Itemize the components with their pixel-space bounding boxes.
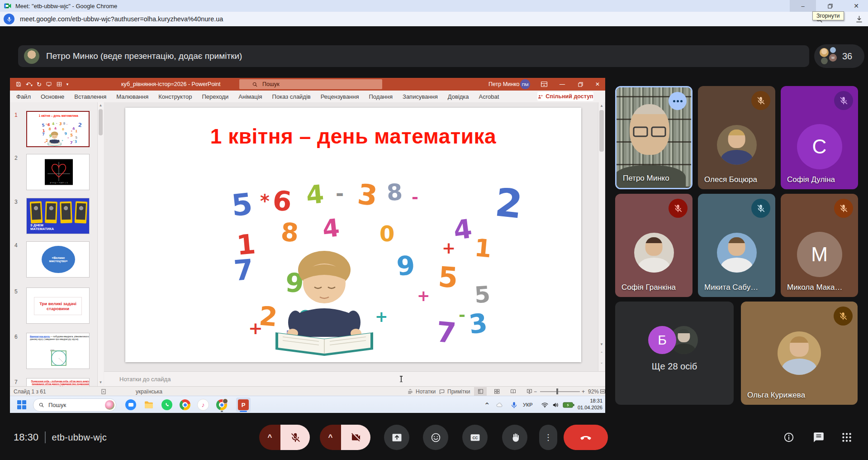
slide-sorter-view-button[interactable]	[490, 387, 503, 396]
undo-icon[interactable]: ↶▾	[26, 81, 33, 87]
people-grid-icon[interactable]	[841, 431, 853, 443]
spellcheck-icon[interactable]	[100, 387, 107, 396]
zoom-in-button[interactable]: +	[582, 387, 585, 396]
scroll-up-icon[interactable]: ▲	[598, 103, 605, 109]
zoom-out-button[interactable]: −	[534, 387, 537, 396]
onedrive-icon[interactable]	[496, 401, 503, 409]
ribbon-tab[interactable]: Подання	[369, 93, 393, 100]
scroll-down-icon[interactable]: ▼	[98, 379, 104, 385]
participant-tile[interactable]: Петро Минко	[615, 86, 693, 189]
ribbon-tab[interactable]: Файл	[16, 93, 31, 100]
reading-view-button[interactable]	[507, 387, 519, 396]
comments-toggle[interactable]: Примітки	[439, 387, 470, 396]
scrollbar-thumb[interactable]	[99, 109, 103, 135]
ppt-search-box[interactable]: Пошук	[239, 79, 382, 89]
present-button[interactable]	[384, 425, 409, 450]
wifi-icon[interactable]	[541, 401, 549, 409]
chrome-profile-icon[interactable]	[214, 398, 229, 412]
mic-mute-button[interactable]	[280, 425, 310, 450]
language-indicator[interactable]: українська	[136, 387, 162, 396]
ppt-restore-button[interactable]	[573, 78, 588, 91]
participant-tile[interactable]: MМикола Мака…	[781, 194, 858, 297]
ribbon-tab[interactable]: Вставлення	[74, 93, 106, 100]
tray-chevron-icon[interactable]: ⌃	[484, 401, 490, 409]
minimize-button[interactable]: –	[790, 0, 816, 12]
taskbar-search[interactable]: Пошук	[33, 398, 116, 412]
chrome-icon[interactable]	[178, 398, 192, 412]
slide-thumbnail[interactable]: З ДНЕМ МАТЕМАТИКА	[26, 198, 90, 234]
ribbon-tab[interactable]: Переходи	[202, 93, 228, 100]
end-call-button[interactable]	[564, 425, 608, 450]
previous-slide-icon[interactable]: ⌃	[598, 350, 605, 357]
participant-tile[interactable]: CСофія Дуліна	[781, 86, 858, 189]
slideshow-icon[interactable]	[46, 81, 52, 87]
ribbon-tab[interactable]: Малювання	[116, 93, 148, 100]
ribbon-tab[interactable]: Записування	[403, 93, 438, 100]
thumbnail-scrollbar[interactable]: ▲ ▼	[97, 102, 104, 386]
slide-thumbnail[interactable]: Три великі задачі старовини	[26, 288, 90, 324]
tile-options-button[interactable]	[669, 92, 687, 110]
redo-icon[interactable]: ↻	[37, 81, 42, 87]
start-button[interactable]	[17, 400, 26, 409]
tray-mic-icon[interactable]	[510, 401, 518, 409]
ribbon-tab[interactable]: Довідка	[448, 93, 469, 100]
qat-customize-icon[interactable]: ▾	[66, 82, 69, 86]
ppt-minimize-button[interactable]: —	[555, 78, 570, 91]
next-slide-icon[interactable]: ⌄	[598, 359, 605, 366]
zoom-app-icon[interactable]	[123, 398, 138, 412]
ribbon-display-options-icon[interactable]	[540, 80, 548, 88]
maximize-button[interactable]	[817, 0, 843, 12]
scroll-down-icon[interactable]: ▼	[598, 341, 605, 348]
slide-thumbnail[interactable]: Подвоєння куба – побудова куба, об'єм як…	[26, 378, 90, 386]
save-icon[interactable]	[15, 81, 22, 87]
notes-toggle[interactable]: Нотатки	[407, 387, 436, 396]
slide-thumbnail[interactable]: «Велике мистецтво»	[26, 241, 90, 278]
scroll-up-icon[interactable]: ▲	[98, 102, 104, 108]
view-grid-icon[interactable]	[56, 81, 62, 87]
url-text[interactable]: meet.google.com/etb-ubbw-wjc?authuser=ol…	[20, 15, 223, 23]
language-indicator[interactable]: УКР	[523, 396, 533, 413]
more-options-button[interactable]: ⋮	[539, 425, 557, 450]
participant-tile[interactable]: БЩе 28 осіб	[615, 302, 734, 405]
close-button[interactable]: ✕	[843, 0, 868, 12]
reactions-button[interactable]	[423, 425, 448, 450]
ribbon-tab[interactable]: Основне	[41, 93, 64, 100]
powerpoint-icon[interactable]: P	[236, 398, 251, 412]
normal-view-button[interactable]	[474, 387, 487, 396]
taskbar-clock[interactable]: 18:31 01.04.2026	[574, 398, 602, 411]
battery-icon[interactable]	[563, 401, 574, 409]
ribbon-tab[interactable]: Показ слайдів	[272, 93, 311, 100]
participant-tile[interactable]: Ольга Курижева	[741, 302, 858, 405]
ribbon-tab[interactable]: Рецензування	[321, 93, 359, 100]
participant-tile[interactable]: Олеся Боцюра	[698, 86, 775, 189]
fit-to-window-button[interactable]	[596, 387, 605, 396]
camera-off-button[interactable]	[341, 425, 370, 450]
scrollbar-thumb[interactable]	[599, 110, 604, 152]
ppt-close-button[interactable]: ✕	[590, 78, 605, 91]
whatsapp-icon[interactable]	[160, 398, 174, 412]
ribbon-tab[interactable]: Конструктор	[158, 93, 192, 100]
raise-hand-button[interactable]	[502, 425, 527, 450]
meeting-details-icon[interactable]	[783, 431, 795, 443]
share-access-button[interactable]: Спільний доступ	[537, 92, 593, 101]
zoom-slider-handle[interactable]	[556, 388, 558, 394]
zoom-slider[interactable]	[540, 391, 580, 392]
itunes-icon[interactable]: ♪	[196, 398, 210, 412]
slide-thumbnail[interactable]: 1 квітня – день математика5*64-38-218404…	[26, 111, 90, 147]
file-explorer-icon[interactable]	[142, 398, 156, 412]
tab-audio-indicator[interactable]	[4, 14, 14, 24]
captions-button[interactable]: CC	[462, 425, 488, 450]
download-icon[interactable]	[855, 15, 863, 24]
ribbon-tab[interactable]: Анімація	[238, 93, 262, 100]
camera-options-chevron[interactable]: ^	[320, 425, 341, 450]
slide-thumbnail[interactable]: Квадратура круга — побудова квадрата, рі…	[26, 333, 90, 369]
volume-icon[interactable]	[552, 401, 560, 409]
ribbon-tab[interactable]: Acrobat	[479, 93, 499, 100]
participant-tile[interactable]: Софія Гранкіна	[615, 194, 693, 297]
participant-count-pill[interactable]: M 36	[814, 44, 864, 68]
slide-thumbnail[interactable]: x² + (y − ³√x²)² = 1	[26, 154, 90, 190]
ppt-account-name[interactable]: Петр Минко	[489, 78, 520, 91]
mic-options-chevron[interactable]: ^	[259, 425, 280, 450]
notes-pane[interactable]: Нотатки до слайда	[104, 371, 605, 387]
canvas-scrollbar[interactable]: ▲ ▼ ⌃ ⌄	[598, 102, 605, 371]
